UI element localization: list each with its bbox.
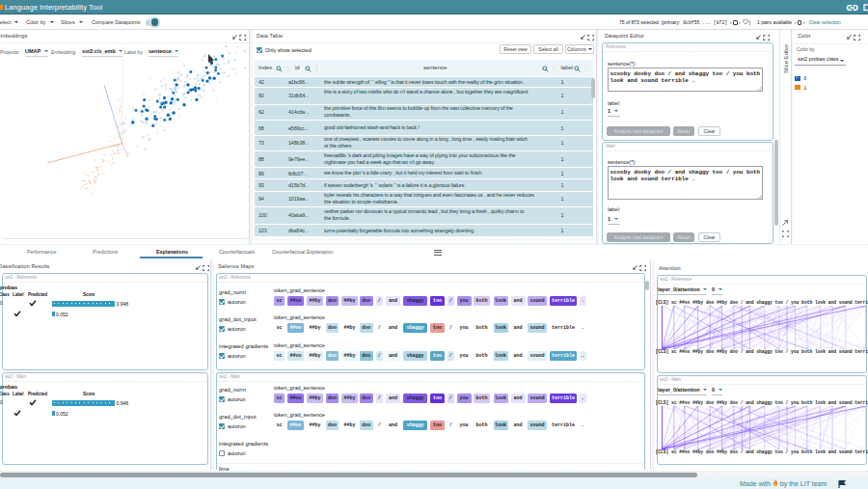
svg-text:Slice Editor: Slice Editor (783, 44, 789, 73)
